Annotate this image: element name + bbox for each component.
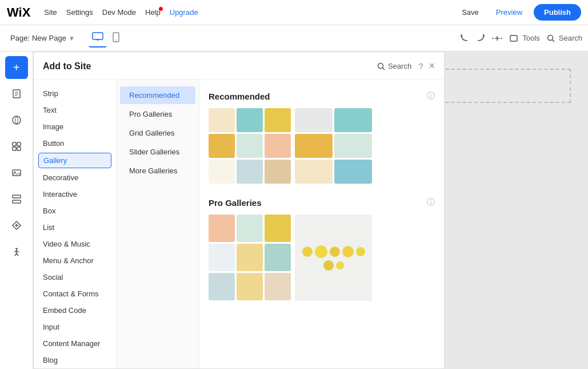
recommended-info-icon[interactable]: ⓘ <box>427 91 435 101</box>
sidebar-blog-icon[interactable] <box>5 82 28 105</box>
rec-right-thumb-4[interactable] <box>334 134 372 158</box>
subcat-grid-galleries[interactable]: Grid Galleries <box>120 124 195 142</box>
category-text[interactable]: Text <box>34 102 116 118</box>
tools-button[interactable]: Tools <box>509 34 539 43</box>
pro-thumb-2[interactable] <box>237 215 263 242</box>
category-decorative[interactable]: Decorative <box>34 169 116 186</box>
category-embed-code[interactable]: Embed Code <box>34 302 116 319</box>
pro-thumb-4[interactable] <box>209 244 235 271</box>
redo-icon <box>476 34 485 43</box>
svg-point-31 <box>378 63 383 68</box>
image-icon <box>11 168 22 178</box>
save-button[interactable]: Save <box>456 5 485 20</box>
rec-right-thumb-3[interactable] <box>295 134 333 158</box>
rec-thumb-5[interactable] <box>237 134 263 158</box>
svg-line-30 <box>17 253 18 256</box>
pro-galleries-info-icon[interactable]: ⓘ <box>427 197 435 208</box>
sidebar-accessibility-icon[interactable] <box>5 240 28 263</box>
category-gallery[interactable]: Gallery <box>38 153 111 168</box>
category-input[interactable]: Input <box>34 319 116 335</box>
rec-thumb-6[interactable] <box>265 134 291 158</box>
rec-right-thumb-1[interactable] <box>295 108 333 132</box>
category-social[interactable]: Social <box>34 269 116 285</box>
page-icon <box>11 89 22 99</box>
category-list[interactable]: List <box>34 219 116 236</box>
rec-thumb-7[interactable] <box>209 160 235 184</box>
pro-thumb-6[interactable] <box>265 244 291 271</box>
preview-button[interactable]: Preview <box>490 5 528 20</box>
page-selector[interactable]: Page: New Page ▼ <box>6 31 79 45</box>
svg-rect-20 <box>17 147 21 150</box>
rec-right-thumb-6[interactable] <box>334 160 372 184</box>
category-interactive[interactable]: Interactive <box>34 186 116 203</box>
pro-thumb-3[interactable] <box>265 215 291 242</box>
nav-upgrade[interactable]: Upgrade <box>170 8 198 17</box>
nav-help[interactable]: Help <box>145 8 161 17</box>
pro-galleries-section: Pro Galleries ⓘ <box>209 197 435 301</box>
pro-thumb-9[interactable] <box>265 273 291 300</box>
redo-button[interactable] <box>476 34 485 43</box>
sidebar-apps-icon[interactable] <box>5 135 28 158</box>
category-image[interactable]: Image <box>34 118 116 135</box>
panel-close-button[interactable]: × <box>429 60 435 72</box>
rec-thumb-8[interactable] <box>237 160 263 184</box>
mobile-device-button[interactable] <box>109 29 123 47</box>
subcat-more-galleries[interactable]: More Galleries <box>120 162 195 180</box>
rec-thumb-9[interactable] <box>265 160 291 184</box>
category-blog[interactable]: Blog <box>34 352 116 368</box>
publish-button[interactable]: Publish <box>534 4 581 21</box>
category-button[interactable]: Button <box>34 135 116 152</box>
rec-right-row-1 <box>295 108 372 132</box>
subcat-pro-galleries[interactable]: Pro Galleries <box>120 105 195 123</box>
wix-logo: WiX <box>7 5 30 20</box>
rec-thumb-3[interactable] <box>265 108 291 132</box>
category-box[interactable]: Box <box>34 203 116 219</box>
subcat-slider-galleries[interactable]: Slider Galleries <box>120 143 195 161</box>
zoom-icon <box>492 34 502 43</box>
desktop-device-button[interactable] <box>89 29 107 47</box>
category-strip[interactable]: Strip <box>34 85 116 102</box>
category-menu-anchor[interactable]: Menu & Anchor <box>34 252 116 269</box>
rec-thumb-2[interactable] <box>237 108 263 132</box>
pro-right-thumb[interactable] <box>295 215 372 301</box>
subcat-recommended[interactable]: Recommended <box>120 86 195 104</box>
pro-galleries-title: Pro Galleries <box>209 198 262 208</box>
sidebar-sections-icon[interactable] <box>5 188 28 211</box>
sidebar-add-button[interactable]: + <box>5 56 28 79</box>
nav-site[interactable]: Site <box>44 8 57 17</box>
pro-thumb-5[interactable] <box>237 244 263 271</box>
rec-right-thumb-2[interactable] <box>334 108 372 132</box>
panel-header: Add to Site Search ? × <box>34 52 444 80</box>
undo-button[interactable] <box>460 34 469 43</box>
rec-row-1a <box>209 108 291 132</box>
svg-rect-18 <box>17 142 21 146</box>
rec-thumb-4[interactable] <box>209 134 235 158</box>
nav-devmode[interactable]: Dev Mode <box>102 8 136 17</box>
left-sidebar: + <box>0 51 33 369</box>
accessibility-icon <box>11 247 22 257</box>
panel-search-button[interactable]: Search <box>377 62 411 70</box>
nav-settings[interactable]: Settings <box>66 8 93 17</box>
second-nav-right: Tools Search <box>460 34 582 43</box>
svg-rect-0 <box>93 33 103 39</box>
category-contact-forms[interactable]: Contact & Forms <box>34 285 116 302</box>
panel-help-button[interactable]: ? <box>418 61 423 71</box>
rec-right-thumb-5[interactable] <box>295 160 333 184</box>
svg-point-10 <box>547 35 553 40</box>
category-video-music[interactable]: Video & Music <box>34 236 116 252</box>
category-content-manager[interactable]: Content Manager <box>34 335 116 352</box>
canvas-dashed-border <box>428 69 571 103</box>
svg-rect-19 <box>13 147 16 150</box>
rec-thumb-1[interactable] <box>209 108 235 132</box>
pro-thumb-1[interactable] <box>209 215 235 242</box>
sidebar-media-icon[interactable] <box>5 161 28 184</box>
search-button[interactable]: Search <box>547 34 582 42</box>
sidebar-design-icon[interactable] <box>5 109 28 132</box>
pro-row-3 <box>209 273 291 300</box>
pro-thumb-8[interactable] <box>237 273 263 300</box>
svg-point-27 <box>15 248 18 250</box>
pro-thumb-7[interactable] <box>209 273 235 300</box>
lemon-decoration <box>295 241 372 275</box>
zoom-button[interactable] <box>492 34 502 43</box>
sidebar-plugins-icon[interactable] <box>5 214 28 237</box>
